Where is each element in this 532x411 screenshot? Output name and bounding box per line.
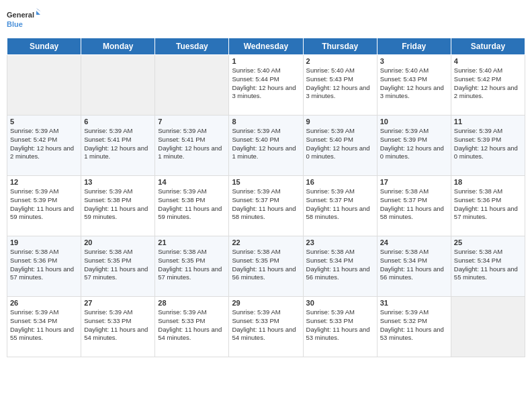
sunset-text: Sunset: 5:39 PM (454, 136, 522, 144)
sunrise-text: Sunrise: 5:39 AM (158, 187, 226, 196)
day-number: 9 (306, 118, 374, 126)
calendar-cell: 14Sunrise: 5:39 AMSunset: 5:38 PMDayligh… (155, 176, 229, 236)
sunrise-text: Sunrise: 5:39 AM (454, 127, 522, 136)
sunrise-text: Sunrise: 5:39 AM (380, 308, 448, 317)
calendar-cell: 11Sunrise: 5:39 AMSunset: 5:39 PMDayligh… (451, 116, 525, 176)
sunrise-text: Sunrise: 5:39 AM (306, 127, 374, 136)
sunrise-text: Sunrise: 5:39 AM (380, 127, 448, 136)
day-number: 10 (380, 118, 448, 126)
sunset-text: Sunset: 5:35 PM (232, 257, 300, 265)
calendar-cell: 30Sunrise: 5:39 AMSunset: 5:33 PMDayligh… (303, 297, 377, 357)
weekday-header-monday: Monday (81, 38, 155, 55)
calendar-cell: 13Sunrise: 5:39 AMSunset: 5:38 PMDayligh… (81, 176, 155, 236)
sunset-text: Sunset: 5:37 PM (232, 196, 300, 205)
calendar-cell: 28Sunrise: 5:39 AMSunset: 5:33 PMDayligh… (155, 297, 229, 357)
calendar-cell: 8Sunrise: 5:39 AMSunset: 5:40 PMDaylight… (229, 116, 303, 176)
calendar-cell: 26Sunrise: 5:39 AMSunset: 5:34 PMDayligh… (7, 297, 81, 357)
daylight-text: Daylight: 11 hours and 53 minutes. (380, 326, 448, 343)
daylight-text: Daylight: 11 hours and 55 minutes. (454, 265, 522, 283)
sunrise-text: Sunrise: 5:38 AM (158, 248, 226, 257)
calendar-cell (451, 297, 525, 357)
sunset-text: Sunset: 5:35 PM (158, 257, 226, 265)
calendar-cell: 22Sunrise: 5:38 AMSunset: 5:35 PMDayligh… (229, 236, 303, 297)
day-number: 27 (84, 299, 152, 307)
sunset-text: Sunset: 5:34 PM (10, 317, 78, 326)
day-number: 17 (380, 178, 448, 186)
calendar-cell (155, 55, 229, 116)
logo: General Blue (7, 7, 40, 34)
logo-icon: General Blue (7, 7, 40, 34)
calendar-cell: 10Sunrise: 5:39 AMSunset: 5:39 PMDayligh… (377, 116, 451, 176)
sunset-text: Sunset: 5:33 PM (306, 317, 374, 326)
sunrise-text: Sunrise: 5:39 AM (10, 187, 78, 196)
sunset-text: Sunset: 5:33 PM (84, 317, 152, 326)
sunset-text: Sunset: 5:38 PM (84, 196, 152, 205)
daylight-text: Daylight: 11 hours and 54 minutes. (158, 326, 226, 343)
weekday-header-sunday: Sunday (7, 38, 81, 55)
daylight-text: Daylight: 11 hours and 59 minutes. (10, 205, 78, 222)
sunrise-text: Sunrise: 5:38 AM (454, 187, 522, 196)
daylight-text: Daylight: 12 hours and 3 minutes. (380, 84, 448, 101)
sunset-text: Sunset: 5:34 PM (454, 257, 522, 265)
day-number: 19 (10, 238, 78, 246)
day-number: 22 (232, 238, 300, 246)
sunset-text: Sunset: 5:41 PM (158, 136, 226, 144)
sunrise-text: Sunrise: 5:38 AM (84, 248, 152, 257)
day-number: 18 (454, 178, 522, 186)
calendar-cell: 24Sunrise: 5:38 AMSunset: 5:34 PMDayligh… (377, 236, 451, 297)
sunrise-text: Sunrise: 5:39 AM (84, 187, 152, 196)
weekday-header-tuesday: Tuesday (155, 38, 229, 55)
daylight-text: Daylight: 12 hours and 1 minute. (158, 144, 226, 162)
day-number: 12 (10, 178, 78, 186)
calendar-cell: 18Sunrise: 5:38 AMSunset: 5:36 PMDayligh… (451, 176, 525, 236)
daylight-text: Daylight: 11 hours and 58 minutes. (232, 205, 300, 222)
sunrise-text: Sunrise: 5:39 AM (232, 308, 300, 317)
weekday-header-saturday: Saturday (451, 38, 525, 55)
daylight-text: Daylight: 12 hours and 1 minute. (232, 144, 300, 162)
daylight-text: Daylight: 12 hours and 3 minutes. (232, 84, 300, 101)
day-number: 25 (454, 238, 522, 246)
sunset-text: Sunset: 5:40 PM (306, 136, 374, 144)
daylight-text: Daylight: 11 hours and 57 minutes. (84, 265, 152, 283)
calendar-cell: 25Sunrise: 5:38 AMSunset: 5:34 PMDayligh… (451, 236, 525, 297)
calendar-cell: 31Sunrise: 5:39 AMSunset: 5:32 PMDayligh… (377, 297, 451, 357)
calendar-table: SundayMondayTuesdayWednesdayThursdayFrid… (7, 38, 525, 357)
calendar-cell: 12Sunrise: 5:39 AMSunset: 5:39 PMDayligh… (7, 176, 81, 236)
calendar-cell: 2Sunrise: 5:40 AMSunset: 5:43 PMDaylight… (303, 55, 377, 116)
calendar-cell (81, 55, 155, 116)
sunrise-text: Sunrise: 5:38 AM (454, 248, 522, 257)
daylight-text: Daylight: 12 hours and 0 minutes. (306, 144, 374, 162)
calendar-cell: 15Sunrise: 5:39 AMSunset: 5:37 PMDayligh… (229, 176, 303, 236)
day-number: 5 (10, 118, 78, 126)
day-number: 20 (84, 238, 152, 246)
calendar-cell: 5Sunrise: 5:39 AMSunset: 5:42 PMDaylight… (7, 116, 81, 176)
daylight-text: Daylight: 11 hours and 56 minutes. (380, 265, 448, 283)
sunset-text: Sunset: 5:36 PM (454, 196, 522, 205)
day-number: 29 (232, 299, 300, 307)
header: General Blue (7, 7, 525, 34)
sunrise-text: Sunrise: 5:40 AM (454, 66, 522, 75)
sunset-text: Sunset: 5:33 PM (158, 317, 226, 326)
daylight-text: Daylight: 11 hours and 57 minutes. (10, 265, 78, 283)
daylight-text: Daylight: 11 hours and 59 minutes. (158, 205, 226, 222)
daylight-text: Daylight: 11 hours and 54 minutes. (84, 326, 152, 343)
daylight-text: Daylight: 12 hours and 2 minutes. (10, 144, 78, 162)
day-number: 15 (232, 178, 300, 186)
sunset-text: Sunset: 5:32 PM (380, 317, 448, 326)
calendar-cell: 7Sunrise: 5:39 AMSunset: 5:41 PMDaylight… (155, 116, 229, 176)
daylight-text: Daylight: 11 hours and 55 minutes. (10, 326, 78, 343)
day-number: 11 (454, 118, 522, 126)
sunset-text: Sunset: 5:44 PM (232, 75, 300, 84)
day-number: 7 (158, 118, 226, 126)
calendar-cell: 3Sunrise: 5:40 AMSunset: 5:43 PMDaylight… (377, 55, 451, 116)
daylight-text: Daylight: 12 hours and 0 minutes. (454, 144, 522, 162)
sunset-text: Sunset: 5:42 PM (10, 136, 78, 144)
daylight-text: Daylight: 11 hours and 57 minutes. (454, 205, 522, 222)
calendar-cell: 19Sunrise: 5:38 AMSunset: 5:36 PMDayligh… (7, 236, 81, 297)
weekday-header-thursday: Thursday (303, 38, 377, 55)
calendar-cell: 6Sunrise: 5:39 AMSunset: 5:41 PMDaylight… (81, 116, 155, 176)
sunrise-text: Sunrise: 5:38 AM (306, 248, 374, 257)
calendar-cell: 29Sunrise: 5:39 AMSunset: 5:33 PMDayligh… (229, 297, 303, 357)
sunset-text: Sunset: 5:35 PM (84, 257, 152, 265)
svg-text:Blue: Blue (7, 20, 23, 28)
